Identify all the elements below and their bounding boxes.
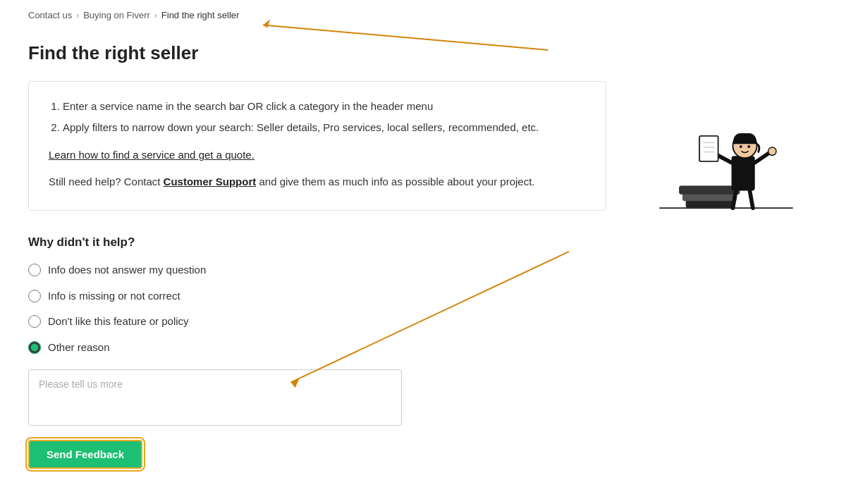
breadcrumb-separator-1: › xyxy=(76,9,79,22)
feedback-section: Why didn't it help? Info does not answer… xyxy=(28,233,606,469)
step-2: Apply filters to narrow down your search… xyxy=(63,120,586,136)
learn-link[interactable]: Learn how to find a service and get a qu… xyxy=(49,147,255,164)
support-text-before: Still need help? Contact xyxy=(49,176,160,188)
radio-label-3: Don't like this feature or policy xyxy=(48,314,189,330)
svg-point-19 xyxy=(740,145,742,148)
radio-label-1: Info does not answer my question xyxy=(48,262,206,278)
svg-rect-6 xyxy=(680,185,740,193)
support-text-after: and give them as much info as possible a… xyxy=(259,176,534,188)
radio-input-4[interactable] xyxy=(28,341,41,354)
send-feedback-button[interactable]: Send Feedback xyxy=(28,440,142,469)
feedback-textarea[interactable] xyxy=(28,369,402,426)
svg-point-20 xyxy=(747,145,750,148)
svg-line-9 xyxy=(749,189,753,208)
content-area: Find the right seller Enter a service na… xyxy=(28,39,606,469)
support-text: Still need help? Contact Customer Suppor… xyxy=(49,174,586,190)
radio-option-3[interactable]: Don't like this feature or policy xyxy=(28,314,606,330)
radio-option-4[interactable]: Other reason xyxy=(28,340,606,356)
radio-input-3[interactable] xyxy=(28,315,41,328)
svg-rect-12 xyxy=(699,135,718,161)
radio-input-2[interactable] xyxy=(28,290,41,302)
radio-label-4: Other reason xyxy=(48,340,110,356)
breadcrumb-contact-us[interactable]: Contact us xyxy=(28,8,72,23)
svg-rect-10 xyxy=(732,156,755,190)
svg-line-16 xyxy=(755,152,770,162)
breadcrumb: Contact us › Buying on Fiverr › Find the… xyxy=(28,8,818,23)
page-container: Contact us › Buying on Fiverr › Find the… xyxy=(0,0,846,497)
step-1: Enter a service name in the search bar O… xyxy=(63,99,586,115)
breadcrumb-separator-2: › xyxy=(154,9,157,22)
page-title: Find the right seller xyxy=(28,39,606,67)
steps-list: Enter a service name in the search bar O… xyxy=(49,99,586,136)
customer-support-link[interactable]: Customer Support xyxy=(164,176,257,188)
svg-point-17 xyxy=(768,147,776,154)
article-box: Enter a service name in the search bar O… xyxy=(28,81,606,211)
breadcrumb-current: Find the right seller xyxy=(161,8,240,23)
breadcrumb-buying-on-fiverr[interactable]: Buying on Fiverr xyxy=(83,8,150,23)
radio-option-1[interactable]: Info does not answer my question xyxy=(28,262,606,278)
main-layout: Find the right seller Enter a service na… xyxy=(28,39,818,469)
person-illustration xyxy=(642,96,811,223)
radio-group: Info does not answer my question Info is… xyxy=(28,262,606,355)
radio-option-2[interactable]: Info is missing or not correct xyxy=(28,288,606,305)
illustration-area xyxy=(634,96,818,223)
feedback-title: Why didn't it help? xyxy=(28,233,606,252)
radio-input-1[interactable] xyxy=(28,264,41,276)
radio-label-2: Info is missing or not correct xyxy=(48,288,180,305)
